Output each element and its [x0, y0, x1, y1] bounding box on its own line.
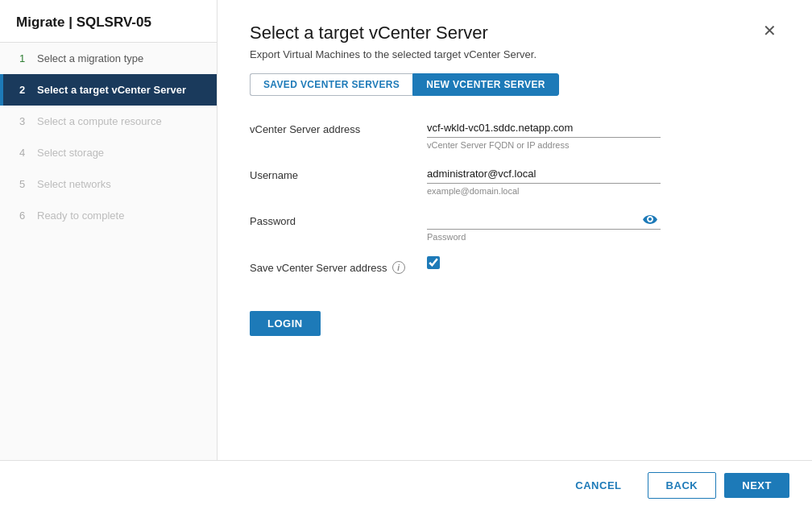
step-label-4: Select storage: [37, 147, 104, 159]
vcenter-address-row: vCenter Server address vCenter Server FQ…: [250, 118, 780, 150]
cancel-button[interactable]: CANCEL: [557, 473, 639, 498]
page-subtitle: Export Virtual Machines to the selected …: [250, 48, 780, 60]
page-title: Select a target vCenter Server: [250, 23, 488, 44]
step-num-2: 2: [19, 84, 31, 96]
step-num-6: 6: [19, 209, 31, 222]
sidebar-step-6: 6 Ready to complete: [0, 200, 217, 231]
dialog-body: Migrate | SQLSRV-05 1 Select a migration…: [0, 0, 812, 460]
close-icon: ✕: [763, 22, 777, 39]
step-num-1: 1: [19, 52, 31, 64]
password-row: Password Password: [250, 210, 780, 242]
save-address-checkbox[interactable]: [427, 256, 440, 269]
save-address-row: Save vCenter Server address i: [250, 256, 780, 274]
sidebar-step-3: 3 Select a compute resource: [0, 106, 217, 137]
password-input[interactable]: [427, 210, 661, 230]
step-label-5: Select networks: [37, 178, 111, 190]
save-address-field: [427, 256, 661, 269]
close-button[interactable]: ✕: [760, 23, 780, 39]
save-address-checkbox-row: [427, 256, 661, 269]
step-num-3: 3: [19, 115, 31, 127]
save-address-label: Save vCenter Server address i: [250, 256, 427, 274]
step-num-5: 5: [19, 178, 31, 190]
step-label-3: Select a compute resource: [37, 115, 162, 127]
sidebar-step-4: 4 Select storage: [0, 137, 217, 168]
step-label-2: Select a target vCenter Server: [37, 84, 186, 96]
sidebar: Migrate | SQLSRV-05 1 Select a migration…: [0, 0, 218, 460]
dialog-footer: CANCEL BACK NEXT: [0, 460, 812, 510]
vcenter-address-label: vCenter Server address: [250, 118, 427, 135]
vcenter-address-hint: vCenter Server FQDN or IP address: [427, 140, 661, 150]
sidebar-step-5: 5 Select networks: [0, 168, 217, 200]
vcenter-address-field: vCenter Server FQDN or IP address: [427, 118, 661, 150]
username-input[interactable]: [427, 164, 661, 184]
sidebar-step-2: 2 Select a target vCenter Server: [0, 74, 217, 106]
password-field: Password: [427, 210, 661, 242]
info-icon: i: [392, 261, 405, 274]
vcenter-address-input[interactable]: [427, 118, 661, 138]
username-label: Username: [250, 164, 427, 181]
step-label-1: Select a migration type: [37, 52, 143, 64]
next-button[interactable]: NEXT: [724, 473, 789, 498]
tab-bar: SAVED VCENTER SERVERS NEW VCENTER SERVER: [250, 73, 780, 96]
sidebar-title: Migrate | SQLSRV-05: [0, 0, 217, 43]
form-section: vCenter Server address vCenter Server FQ…: [250, 118, 780, 336]
eye-icon[interactable]: [643, 214, 657, 228]
tab-new-vcenter[interactable]: NEW VCENTER SERVER: [412, 73, 559, 96]
password-hint: Password: [427, 232, 661, 242]
step-num-4: 4: [19, 147, 31, 159]
password-wrapper: [427, 210, 661, 230]
main-content: Select a target vCenter Server ✕ Export …: [218, 0, 812, 460]
step-label-6: Ready to complete: [37, 209, 124, 222]
back-button[interactable]: BACK: [648, 472, 717, 499]
tab-saved-vcenter[interactable]: SAVED VCENTER SERVERS: [250, 73, 412, 96]
sidebar-steps: 1 Select a migration type 2 Select a tar…: [0, 43, 217, 231]
username-hint: example@domain.local: [427, 186, 661, 196]
password-label: Password: [250, 210, 427, 227]
username-field: example@domain.local: [427, 164, 661, 196]
main-header: Select a target vCenter Server ✕: [250, 23, 780, 44]
migrate-dialog: Migrate | SQLSRV-05 1 Select a migration…: [0, 0, 812, 510]
username-row: Username example@domain.local: [250, 164, 780, 196]
login-button[interactable]: LOGIN: [250, 311, 321, 336]
sidebar-step-1: 1 Select a migration type: [0, 43, 217, 74]
